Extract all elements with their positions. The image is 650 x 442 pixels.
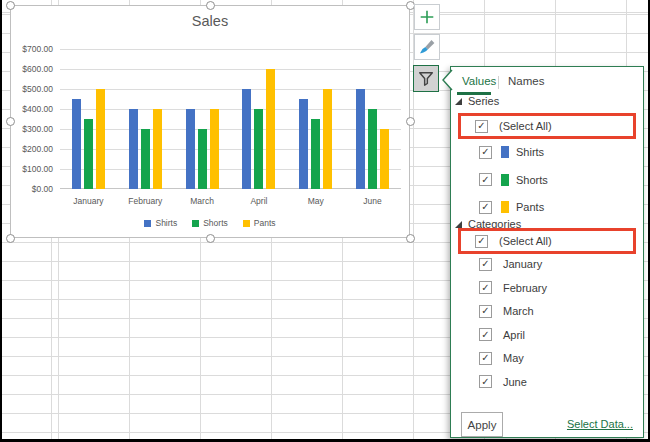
apply-button[interactable]: Apply	[461, 412, 503, 437]
legend-label: Pants	[254, 218, 276, 228]
chart-legend[interactable]: ShirtsShortsPants	[11, 218, 409, 228]
checkbox[interactable]: ✓	[479, 375, 492, 388]
checkbox[interactable]: ✓	[479, 305, 492, 318]
category-filter-row: ✓June	[451, 374, 643, 389]
checkbox[interactable]: ✓	[479, 146, 492, 159]
selection-handle[interactable]	[6, 1, 15, 10]
chart-elements-button[interactable]	[414, 4, 440, 30]
bar-shirts-march[interactable]	[186, 109, 195, 189]
legend-label: Shirts	[155, 218, 177, 228]
tab-separator	[498, 76, 499, 89]
highlight-box-series-select-all	[458, 113, 636, 139]
checkbox[interactable]: ✓	[479, 328, 492, 341]
filter-item-label: March	[503, 305, 534, 317]
category-filter-row: ✓January	[451, 257, 643, 272]
y-tick-label: $700.00	[11, 44, 53, 54]
legend-label: Shorts	[203, 218, 228, 228]
chart-filters-button[interactable]	[413, 65, 439, 92]
select-data-link[interactable]: Select Data...	[567, 418, 633, 430]
filter-item-label: Shorts	[516, 174, 548, 186]
filter-item-label: February	[503, 282, 547, 294]
chart-title[interactable]: Sales	[11, 13, 409, 29]
plus-icon	[418, 8, 436, 26]
legend-swatch	[243, 220, 250, 227]
bar-shirts-february[interactable]	[129, 109, 138, 189]
bar-pants-may[interactable]	[323, 89, 332, 189]
series-color-swatch	[501, 174, 509, 186]
y-tick-label: $0.00	[11, 184, 53, 194]
x-tick-label: May	[287, 196, 344, 206]
bar-shirts-january[interactable]	[72, 99, 81, 189]
series-filter-row: ✓Shirts	[451, 145, 643, 160]
legend-swatch	[192, 220, 199, 227]
bar-group	[287, 49, 344, 189]
y-tick-label: $200.00	[11, 144, 53, 154]
selection-handle[interactable]	[406, 234, 415, 243]
selection-handle[interactable]	[406, 117, 415, 126]
series-filter-row: ✓Shorts	[451, 172, 643, 187]
selection-handle[interactable]	[6, 117, 15, 126]
category-filter-row: ✓March	[451, 304, 643, 319]
x-tick-label: January	[60, 196, 117, 206]
category-filter-row: ✓February	[451, 280, 643, 295]
filter-item-label: Pants	[516, 201, 544, 213]
collapse-triangle-icon	[455, 221, 462, 228]
chart-styles-button[interactable]	[414, 34, 440, 60]
checkbox[interactable]: ✓	[479, 352, 492, 365]
x-tick-label: March	[174, 196, 231, 206]
tab-values[interactable]: Values	[462, 75, 496, 87]
bar-shirts-june[interactable]	[356, 89, 365, 189]
bar-shirts-may[interactable]	[299, 99, 308, 189]
y-axis: $700.00$600.00$500.00$400.00$300.00$200.…	[11, 6, 56, 239]
bar-group	[344, 49, 401, 189]
highlight-box-categories-select-all	[458, 228, 636, 254]
legend-item-shirts[interactable]: Shirts	[144, 218, 177, 228]
bar-group	[60, 49, 117, 189]
series-filter-row: ✓Pants	[451, 200, 643, 215]
bar-pants-april[interactable]	[266, 69, 275, 189]
legend-item-shorts[interactable]: Shorts	[192, 218, 228, 228]
x-tick-label: June	[344, 196, 401, 206]
checkbox[interactable]: ✓	[479, 201, 492, 214]
filter-item-label: June	[503, 376, 527, 388]
legend-item-pants[interactable]: Pants	[243, 218, 276, 228]
bar-shorts-february[interactable]	[141, 129, 150, 189]
series-section-header[interactable]: Series	[455, 95, 499, 107]
bar-shorts-march[interactable]	[198, 129, 207, 189]
series-color-swatch	[501, 201, 509, 213]
category-filter-row: ✓April	[451, 327, 643, 342]
checkbox[interactable]: ✓	[479, 281, 492, 294]
paintbrush-icon	[418, 38, 436, 56]
y-tick-label: $400.00	[11, 104, 53, 114]
y-tick-label: $500.00	[11, 84, 53, 94]
series-color-swatch	[501, 146, 509, 158]
bar-shorts-june[interactable]	[368, 109, 377, 189]
bar-shorts-may[interactable]	[311, 119, 320, 189]
selection-handle[interactable]	[6, 234, 15, 243]
sales-chart[interactable]: Sales $700.00$600.00$500.00$400.00$300.0…	[10, 5, 410, 238]
y-tick-label: $600.00	[11, 64, 53, 74]
y-tick-label: $300.00	[11, 124, 53, 134]
bar-shorts-january[interactable]	[84, 119, 93, 189]
filter-item-label: January	[503, 258, 542, 270]
bar-pants-february[interactable]	[153, 109, 162, 189]
checkbox[interactable]: ✓	[479, 173, 492, 186]
checkbox[interactable]: ✓	[479, 258, 492, 271]
excel-worksheet-screenshot: Sales $700.00$600.00$500.00$400.00$300.0…	[0, 0, 650, 442]
tab-names[interactable]: Names	[508, 75, 544, 87]
filter-item-label: April	[503, 329, 525, 341]
x-tick-label: February	[117, 196, 174, 206]
selection-handle[interactable]	[206, 1, 215, 10]
funnel-icon	[417, 70, 435, 88]
bar-shorts-april[interactable]	[254, 109, 263, 189]
filter-item-label: Shirts	[516, 146, 544, 158]
bar-pants-march[interactable]	[210, 109, 219, 189]
selection-handle[interactable]	[206, 234, 215, 243]
bar-pants-june[interactable]	[380, 129, 389, 189]
bar-pants-january[interactable]	[96, 89, 105, 189]
bar-shirts-april[interactable]	[242, 89, 251, 189]
panel-notch	[441, 69, 453, 91]
chart-filters-panel: Values Names Series ✓(Select All)✓Shirts…	[450, 66, 644, 438]
collapse-triangle-icon	[455, 98, 462, 105]
legend-swatch	[144, 220, 151, 227]
